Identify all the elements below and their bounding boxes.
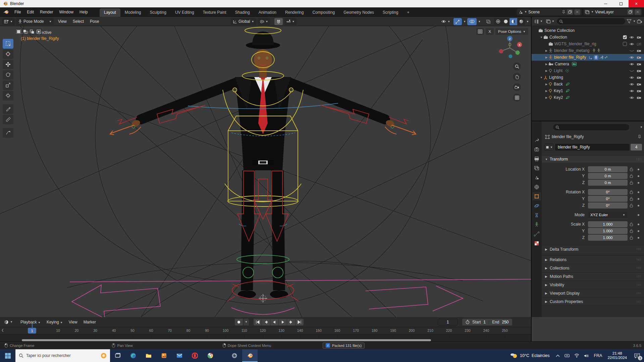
outliner-row-scene-collection[interactable]: Scene Collection [532,27,644,34]
unlock-icon[interactable] [630,236,635,240]
gizmos-dropdown[interactable]: ▼ [463,20,466,23]
toggle-eyeclosed-icon[interactable] [629,69,634,73]
tab-sculpting[interactable]: Sculpting [146,8,171,17]
toggle-uncheck-icon[interactable] [623,42,627,46]
toggle-eye-icon[interactable] [629,62,634,66]
play-button[interactable] [279,319,287,325]
timeline-menu-view[interactable]: View [66,318,80,326]
tab-animation[interactable]: Animation [254,8,281,17]
toggle-cam-icon[interactable] [637,49,641,53]
properties-tab-scene[interactable] [532,174,541,182]
transform-value[interactable]: 0 m [588,173,628,179]
jump-end-button[interactable] [296,319,304,325]
properties-tab-output[interactable] [532,155,541,163]
properties-tab-texture[interactable] [532,239,541,247]
zoom-icon[interactable] [513,62,521,70]
select-mode-subtract[interactable] [29,29,35,35]
outliner-row-camera[interactable]: ▶Camera [532,61,644,67]
outliner-row-lighting[interactable]: ▼Lighting [532,74,644,81]
current-frame-field[interactable]: 1 [438,319,458,325]
toggle-eye-icon[interactable] [629,36,634,39]
properties-tab-physics[interactable] [532,202,541,210]
object-name-field[interactable]: blender file_Rigify [555,144,629,150]
taskbar-app-edge[interactable] [125,349,141,362]
transform-value[interactable]: 1.000 [588,221,628,227]
outliner-row-key1[interactable]: ▶Key1 [532,87,644,94]
select-mode-extend[interactable] [22,29,29,35]
animate-dot[interactable] [638,182,639,184]
transform-panel-header[interactable]: ▼ Transform ∷∷ [542,155,644,163]
outliner-row-back[interactable]: ▶Back [532,81,644,87]
disclosure-triangle[interactable]: ▶ [544,69,548,72]
tab-layout[interactable]: Layout [100,8,120,17]
disclosure-triangle[interactable]: ▼ [539,36,543,39]
jump-start-button[interactable] [254,319,262,325]
outliner-row-blender-file-metarig[interactable]: ▶blender file_metarig [532,47,644,54]
tool-annotate[interactable] [3,104,13,114]
transform-orientation-dropdown[interactable]: Global ▼ [231,18,256,25]
toggle-eye-icon[interactable] [629,96,634,100]
menu-window[interactable]: Window [56,8,76,16]
animate-dot[interactable] [638,214,639,216]
toggle-cam-icon[interactable] [637,82,641,86]
record-button[interactable] [235,319,243,325]
shading-rendered-button[interactable] [517,18,525,25]
taskbar-app-task-view[interactable] [110,349,125,362]
section-custom-properties[interactable]: ▶Custom Properties∷∷ [542,297,644,306]
unlock-icon[interactable] [630,229,635,233]
gizmos-toggle[interactable] [453,18,462,25]
timeline-menu-playback[interactable]: Playback ▼ [17,318,44,326]
toggle-cam-icon[interactable] [637,76,641,79]
pin-icon[interactable] [562,10,566,14]
unlock-icon[interactable] [630,167,635,171]
xray-toggle[interactable] [484,18,493,25]
toggle-check-icon[interactable] [623,35,627,39]
timeline-track-area[interactable] [0,335,531,339]
end-value[interactable]: 250 [502,320,509,324]
unlink-scene-button[interactable]: ✕ [574,9,580,15]
frame-range-group[interactable]: Start 1 | End 250 [462,319,512,325]
unlock-icon[interactable] [630,181,635,185]
language-indicator[interactable]: FRA [591,353,604,358]
minimize-button[interactable] [598,0,613,7]
transform-value[interactable]: 0 m [588,180,628,186]
viewlayer-selector[interactable]: ▼ ViewLayer ✕ [584,9,642,15]
outliner-editor-type-button[interactable]: ▼ [533,18,544,25]
shading-solid-button[interactable] [502,18,509,25]
tool-measure[interactable] [3,115,13,124]
toggle-eye-icon[interactable] [629,42,634,46]
timeline-ruler[interactable]: ❮ 1 102030405060708090100110120130140150… [0,327,531,335]
tool-move[interactable] [3,60,13,69]
tray-meet-icon[interactable] [562,354,572,358]
pivot-point-dropdown[interactable]: ▼ [258,18,270,25]
tab-texture-paint[interactable]: Texture Paint [199,8,231,17]
next-key-button[interactable] [287,319,295,325]
overlays-toggle[interactable] [467,18,477,25]
tab-rendering[interactable]: Rendering [281,8,308,17]
breadcrumb-object-name[interactable]: blender file_Rigify [552,134,584,139]
outliner-row-key2[interactable]: ▶Key2 [532,94,644,101]
properties-tab-world[interactable] [532,183,541,191]
taskbar-app-chrome[interactable] [203,349,218,362]
properties-tab-tool[interactable] [532,136,541,144]
toggle-cam-icon[interactable] [637,36,641,39]
scene-selector[interactable]: ▼ Scene ✕ [517,9,582,15]
region-collapse-arrow[interactable]: ❮ [1,328,4,332]
outliner-row-light[interactable]: ▶Light [532,67,644,74]
unlock-icon[interactable] [630,197,635,201]
blender-logo-icon[interactable] [3,10,9,14]
timeline-editor-type-button[interactable]: ▼ [2,318,15,325]
filter-dropdown[interactable]: ▼ [633,20,636,23]
overlays-dropdown[interactable]: ▼ [478,20,481,23]
tool-pose[interactable] [3,128,13,138]
tab-geometry-nodes[interactable]: Geometry Nodes [339,8,378,17]
transform-value[interactable]: XYZ Euler▼ [588,212,628,218]
properties-tab-bone-constraint[interactable] [532,230,541,238]
disclosure-triangle[interactable]: ▶ [544,89,548,93]
taskbar-app-capture-tool[interactable] [227,349,242,362]
toggle-cam-icon[interactable] [637,89,641,93]
unlock-icon[interactable] [630,190,635,194]
snap-target-dropdown[interactable]: ▼ [284,18,297,25]
shading-dropdown[interactable]: ▼ [526,20,529,23]
tab-compositing[interactable]: Compositing [308,8,339,17]
